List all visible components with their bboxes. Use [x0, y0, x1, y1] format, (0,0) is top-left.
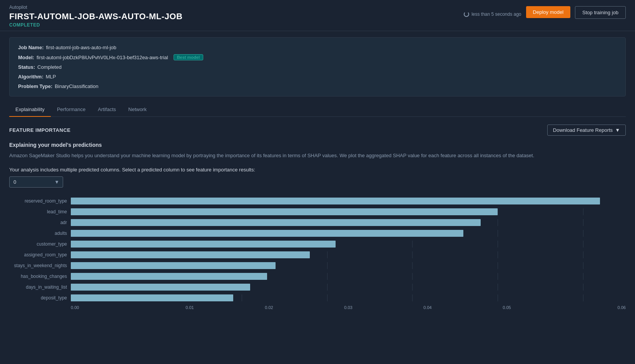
grid-line — [498, 262, 498, 269]
grid-line — [498, 273, 498, 280]
column-selector-wrapper: 0 ▼ — [9, 176, 63, 188]
x-tick: 0.06 — [546, 305, 626, 310]
bar-label: adr — [9, 220, 71, 225]
x-tick: 0.03 — [309, 305, 388, 310]
x-tick: 0.02 — [229, 305, 309, 310]
tab-network[interactable]: Network — [122, 103, 153, 117]
x-tick: 0.00 — [71, 305, 150, 310]
bar-fill — [71, 219, 481, 226]
grid-line — [498, 241, 498, 248]
bar-fill — [71, 208, 498, 215]
grid-line — [583, 230, 583, 237]
tab-artifacts[interactable]: Artifacts — [92, 103, 122, 117]
column-select[interactable]: 0 — [9, 176, 63, 188]
refresh-info: less than 5 seconds ago — [464, 6, 521, 17]
bar-label: adults — [9, 231, 71, 236]
tab-performance[interactable]: Performance — [51, 103, 92, 117]
grid-line — [498, 284, 498, 291]
bar-fill — [71, 251, 310, 258]
header-right: less than 5 seconds ago Deploy model Sto… — [464, 5, 626, 19]
x-tick: 0.04 — [388, 305, 467, 310]
bar-fill — [71, 262, 276, 269]
bar-label: reserved_room_type — [9, 198, 71, 204]
main-content: FEATURE IMPORTANCE Download Feature Repo… — [0, 117, 635, 317]
info-panel: Job Name: first-automl-job-aws-auto-ml-j… — [9, 37, 626, 96]
grid-line — [327, 251, 328, 258]
job-name-row: Job Name: first-automl-job-aws-auto-ml-j… — [18, 45, 617, 50]
tab-explainability[interactable]: Explainability — [9, 103, 51, 117]
x-tick: 0.01 — [150, 305, 229, 310]
bar-row: assigned_room_type — [9, 250, 626, 260]
bar-row: lead_time — [9, 207, 626, 217]
status-value: Completed — [37, 64, 62, 70]
problem-label: Problem Type: — [18, 83, 52, 89]
grid-line — [242, 294, 242, 301]
chart-wrapper: reserved_room_typelead_timeadradultscust… — [9, 196, 626, 310]
grid-line — [583, 294, 583, 301]
algorithm-value: MLP — [46, 74, 56, 80]
bar-row: deposit_type — [9, 293, 626, 303]
grid-line — [327, 294, 328, 301]
bar-track — [71, 241, 626, 248]
model-row: Model: first-automl-jobDzkP8iUvPvhV0LHx-… — [18, 54, 617, 60]
deploy-model-button[interactable]: Deploy model — [526, 6, 571, 18]
stop-training-button[interactable]: Stop training job — [575, 6, 626, 19]
bar-track — [71, 230, 626, 237]
breadcrumb: Autopilot — [9, 5, 182, 10]
algorithm-label: Algorithm: — [18, 74, 43, 80]
grid-line — [583, 273, 583, 280]
bar-fill — [71, 273, 267, 280]
status-badge: COMPLETED — [9, 22, 182, 28]
grid-line — [327, 284, 328, 291]
grid-line — [498, 208, 498, 215]
bar-fill — [71, 241, 336, 248]
page-header: Autopilot FIRST-AUTOML-JOB-AWS-AUTO-ML-J… — [0, 0, 635, 31]
bar-fill — [71, 294, 233, 301]
best-model-badge: Best model — [174, 54, 203, 60]
problem-value: BinaryClassification — [55, 83, 98, 89]
tabs: Explainability Performance Artifacts Net… — [9, 103, 626, 117]
grid-line — [583, 208, 583, 215]
bar-row: has_booking_changes — [9, 271, 626, 281]
explaining-text: Amazon SageMaker Studio helps you unders… — [9, 152, 626, 160]
bar-track — [71, 208, 626, 215]
grid-line — [412, 241, 413, 248]
status-row: Status: Completed — [18, 64, 617, 70]
grid-line — [583, 262, 583, 269]
bar-track — [71, 294, 626, 301]
status-label: Status: — [18, 64, 35, 70]
model-value: first-automl-jobDzkP8iUvPvhV0LHx-013-bef… — [37, 55, 168, 60]
grid-line — [412, 284, 413, 291]
page-title: FIRST-AUTOML-JOB-AWS-AUTO-ML-JOB — [9, 12, 182, 22]
bar-track — [71, 198, 626, 204]
dropdown-arrow-icon: ▼ — [615, 127, 620, 133]
download-feature-reports-button[interactable]: Download Feature Reports ▼ — [547, 125, 626, 136]
grid-line — [327, 273, 328, 280]
grid-line — [412, 273, 413, 280]
job-name-value: first-automl-job-aws-auto-ml-job — [46, 45, 116, 50]
grid-line — [412, 251, 413, 258]
bar-fill — [71, 284, 250, 291]
bar-fill — [71, 198, 600, 204]
algorithm-row: Algorithm: MLP — [18, 74, 617, 80]
grid-line — [583, 219, 583, 226]
x-axis: 0.000.010.020.030.040.050.06 — [71, 305, 626, 310]
grid-line — [412, 294, 413, 301]
download-label: Download Feature Reports — [553, 127, 613, 133]
bar-track — [71, 219, 626, 226]
x-tick: 0.05 — [467, 305, 546, 310]
bar-row: adr — [9, 218, 626, 228]
bar-label: lead_time — [9, 209, 71, 214]
bar-label: has_booking_changes — [9, 274, 71, 279]
bar-row: reserved_room_type — [9, 196, 626, 206]
explaining-title: Explaining your model's predictions — [9, 142, 626, 148]
bar-track — [71, 273, 626, 280]
bar-track — [71, 284, 626, 291]
job-name-label: Job Name: — [18, 45, 43, 50]
bar-label: days_in_waiting_list — [9, 284, 71, 290]
bar-label: stays_in_weekend_nights — [9, 263, 71, 268]
bar-label: customer_type — [9, 241, 71, 247]
bar-row: days_in_waiting_list — [9, 282, 626, 292]
model-label: Model: — [18, 55, 34, 60]
bar-track — [71, 251, 626, 258]
